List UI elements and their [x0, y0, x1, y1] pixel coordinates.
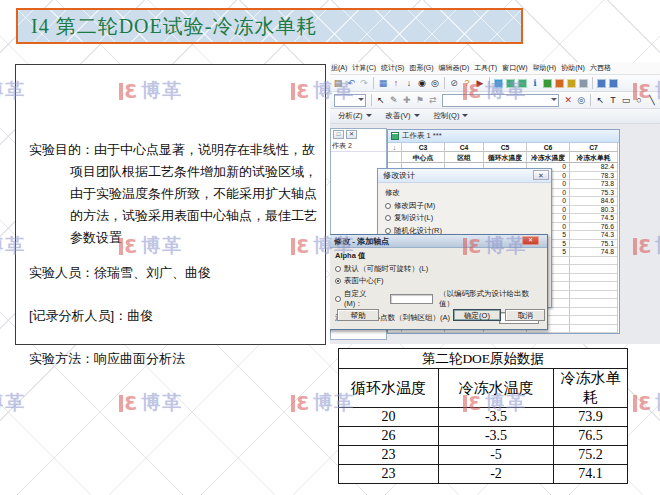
redo-icon[interactable]: ↷ — [358, 77, 370, 90]
toolbar-dropdown[interactable]: 分析(Z) — [338, 111, 372, 121]
menu-item[interactable]: 工具(T) — [474, 63, 497, 73]
worksheet-cell[interactable] — [388, 152, 402, 163]
modify-design-titlebar[interactable]: 修改设计 ✕ — [378, 169, 551, 183]
c7-cell[interactable]: 80.3 — [570, 206, 618, 215]
column-name-cell[interactable]: 冷冻水单耗 — [570, 152, 618, 163]
custom-alpha-input[interactable] — [390, 294, 433, 304]
history-window-icon[interactable] — [543, 79, 552, 88]
worksheet1-titlebar[interactable]: 工作表 1 *** — [388, 130, 619, 143]
flag-icon[interactable]: ⚑ — [414, 94, 426, 107]
restore-window-icon[interactable]: □ — [333, 130, 344, 139]
menu-item[interactable]: 编辑器(D) — [439, 63, 470, 73]
radio-button[interactable] — [335, 278, 341, 284]
close-icon[interactable]: ✕ — [522, 236, 539, 245]
column-id-cell[interactable]: C4 — [445, 143, 484, 152]
grid-corner-cell[interactable]: ↓ — [388, 143, 402, 152]
c7-cell[interactable]: 75.3 — [570, 189, 618, 198]
key-icon[interactable]: ? — [461, 77, 473, 90]
previous-command-icon[interactable]: ↑ — [390, 77, 402, 90]
c7-cell[interactable]: 73.8 — [570, 180, 618, 189]
add-axial-titlebar[interactable]: 修改 - 添加轴点 ✕ — [330, 235, 547, 248]
graph-edit-combo[interactable] — [442, 94, 560, 107]
c7-cell[interactable]: 74.3 — [570, 231, 618, 240]
menu-item[interactable]: 图形(G) — [409, 63, 433, 73]
graph-item-combo[interactable] — [334, 94, 366, 107]
column-name-cell[interactable]: 中心点 — [402, 152, 445, 163]
radio-button[interactable] — [335, 266, 341, 272]
new-worksheet-icon[interactable] — [597, 79, 606, 88]
worksheet-cell[interactable] — [570, 282, 618, 291]
project-manager-icon[interactable]: ▦ — [377, 77, 389, 90]
worksheet-cell[interactable] — [570, 316, 618, 325]
menu-item[interactable]: 协助(N) — [561, 63, 585, 73]
select-item-icon[interactable]: ↖ — [375, 94, 387, 107]
watermark-logo-icon: 3 — [296, 393, 309, 413]
worksheet-cell[interactable] — [570, 265, 618, 274]
delete-icon[interactable]: ✕ — [562, 94, 574, 107]
close-icon[interactable]: ✕ — [533, 170, 549, 180]
line-tool-icon[interactable]: ╲ — [646, 94, 658, 107]
open-project-icon[interactable]: ▤ — [332, 77, 344, 90]
zoom-icon[interactable]: ◎ — [575, 94, 587, 107]
c7-cell[interactable]: 74.8 — [570, 248, 618, 257]
next-command-icon[interactable]: ↓ — [403, 77, 415, 90]
edit-pen-icon[interactable]: ✎ — [388, 94, 400, 107]
find-icon[interactable]: ◉ — [416, 77, 428, 90]
c7-cell[interactable]: 82.4 — [570, 163, 618, 172]
run-icon[interactable]: ▶ — [474, 77, 486, 90]
column-id-cell[interactable]: C5 — [484, 143, 527, 152]
swap-icon[interactable]: ⇄ — [427, 94, 439, 107]
help-button[interactable]: 帮助 — [337, 309, 379, 321]
menu-item[interactable]: 计算(C) — [352, 63, 376, 73]
graph-window-icon[interactable] — [518, 79, 527, 88]
find-next-icon[interactable]: ◎ — [429, 77, 441, 90]
worksheet-cell[interactable] — [570, 299, 618, 308]
column-id-cell[interactable]: C3 — [402, 143, 445, 152]
menu-item[interactable]: 据(A) — [331, 63, 347, 73]
c7-cell[interactable]: 84.6 — [570, 197, 618, 206]
text-tool-icon[interactable]: T — [607, 94, 619, 107]
c7-cell[interactable]: 78.3 — [570, 172, 618, 181]
menu-item[interactable]: 窗口(W) — [502, 63, 527, 73]
c7-cell[interactable]: 75.1 — [570, 240, 618, 249]
report-pad-icon[interactable] — [555, 79, 564, 88]
tile-windows-icon[interactable] — [579, 79, 588, 88]
column-id-cell[interactable]: C6 — [527, 143, 570, 152]
data-window-icon[interactable] — [506, 79, 515, 88]
rect-tool-icon[interactable]: ▭ — [620, 94, 632, 107]
ellipse-tool-icon[interactable]: ○ — [633, 94, 645, 107]
menu-item[interactable]: 六西格 — [590, 63, 611, 73]
show-worksheet-icon[interactable] — [567, 79, 576, 88]
pointer-tool-icon[interactable]: ↖ — [594, 94, 606, 107]
doe-table-cell: 76.5 — [554, 427, 628, 446]
worksheet-cell[interactable] — [570, 308, 618, 317]
edit-last-dialog-icon[interactable] — [609, 79, 618, 88]
add-item-icon[interactable]: ✚ — [401, 94, 413, 107]
close-window-icon[interactable]: ✕ — [346, 130, 357, 139]
menu-item[interactable]: 帮助(H) — [532, 63, 556, 73]
c7-cell[interactable]: 74.5 — [570, 214, 618, 223]
column-id-cell[interactable]: C7 — [570, 143, 618, 152]
worksheet-cell[interactable] — [570, 291, 618, 300]
toolbar-dropdown[interactable]: 改善(V) — [386, 111, 420, 121]
toolbar-dropdown[interactable]: 控制(Q) — [434, 111, 469, 121]
session-window-icon[interactable] — [494, 79, 503, 88]
cancel-icon[interactable]: ⊘ — [448, 77, 460, 90]
watermark-text: 博革 — [0, 390, 26, 416]
menu-item[interactable]: 统计(S) — [381, 63, 404, 73]
cancel-button[interactable]: 取消 — [505, 309, 545, 321]
info-icon[interactable]: ℹ — [529, 77, 541, 90]
column-name-cell[interactable]: 循环水温度 — [484, 152, 527, 163]
radio-button[interactable] — [385, 215, 391, 221]
column-name-cell[interactable]: 冷冻水温度 — [527, 152, 570, 163]
radio-button[interactable] — [385, 228, 391, 234]
worksheet-cell[interactable] — [570, 325, 618, 334]
ok-button[interactable]: 确定(O) — [453, 309, 501, 321]
undo-icon[interactable]: ↶ — [345, 77, 357, 90]
c7-cell[interactable]: 76.6 — [570, 223, 618, 232]
worksheet-cell[interactable] — [570, 257, 618, 266]
custom-radio[interactable] — [335, 296, 341, 302]
worksheet-cell[interactable] — [570, 274, 618, 283]
column-name-cell[interactable]: 区组 — [445, 152, 484, 163]
radio-button[interactable] — [385, 203, 391, 209]
